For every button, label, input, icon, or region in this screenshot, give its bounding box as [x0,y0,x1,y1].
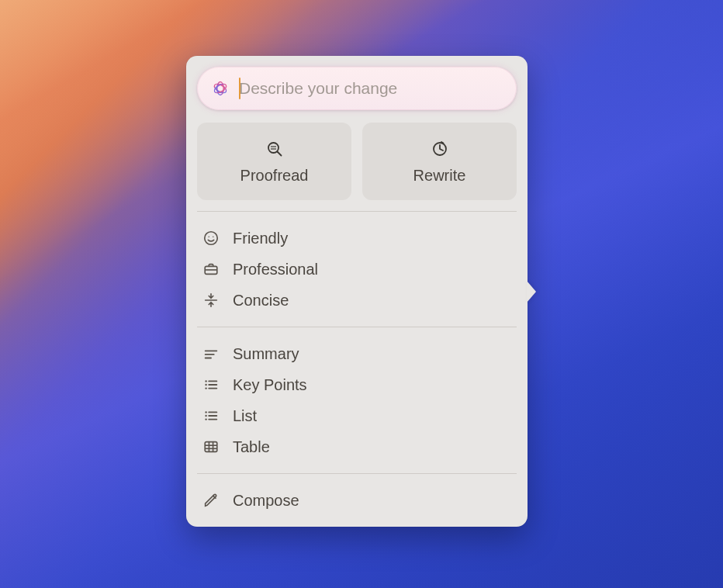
describe-change-field[interactable] [197,67,517,110]
format-options-list: Summary Key Points [197,338,517,462]
numbered-list-icon [202,406,220,425]
rewrite-button[interactable]: Rewrite [362,123,517,200]
tone-options-list: Friendly Professional Concise [197,223,517,316]
tone-item-concise[interactable]: Concise [197,285,517,316]
svg-point-10 [209,236,209,237]
primary-actions-row: Proofread Rewrite [197,123,517,200]
compress-icon [202,291,220,310]
lines-short-icon [202,344,220,363]
format-item-label: Table [233,438,270,456]
table-icon [202,438,220,456]
format-item-keypoints[interactable]: Key Points [197,369,517,400]
format-item-table[interactable]: Table [197,431,517,462]
tone-item-label: Professional [233,261,318,278]
divider [197,473,517,474]
compose-label: Compose [233,492,299,510]
svg-point-11 [213,236,213,237]
format-item-summary[interactable]: Summary [197,338,517,369]
proofread-icon [265,139,285,159]
svg-rect-30 [205,442,217,452]
tone-item-friendly[interactable]: Friendly [197,223,517,254]
divider [197,327,517,327]
svg-line-5 [277,151,281,155]
format-item-list[interactable]: List [197,400,517,431]
compose-item[interactable]: Compose [197,485,517,516]
compose-section: Compose [197,485,517,516]
svg-point-24 [205,411,206,413]
divider [197,211,517,212]
bullet-list-icon [202,375,220,394]
format-item-label: List [233,407,257,425]
tone-item-label: Concise [233,292,289,310]
proofread-button[interactable]: Proofread [197,123,351,200]
describe-change-input[interactable] [239,79,503,98]
smile-icon [202,229,220,247]
proofread-label: Proofread [240,167,309,185]
tone-item-professional[interactable]: Professional [197,254,517,285]
rewrite-icon [430,139,450,159]
tone-item-label: Friendly [233,230,288,247]
svg-point-28 [205,418,206,420]
svg-point-26 [205,415,206,417]
writing-tools-popover: Proofread Rewrite [186,56,528,527]
svg-point-18 [205,380,206,382]
svg-point-9 [205,232,218,245]
briefcase-icon [202,260,220,278]
svg-line-35 [213,496,216,498]
svg-point-22 [205,387,206,389]
apple-intelligence-icon [211,79,230,98]
format-item-label: Key Points [233,376,307,394]
rewrite-label: Rewrite [413,167,466,185]
svg-point-20 [205,384,206,386]
pencil-icon [202,491,220,510]
format-item-label: Summary [233,345,299,363]
text-cursor [239,78,240,99]
